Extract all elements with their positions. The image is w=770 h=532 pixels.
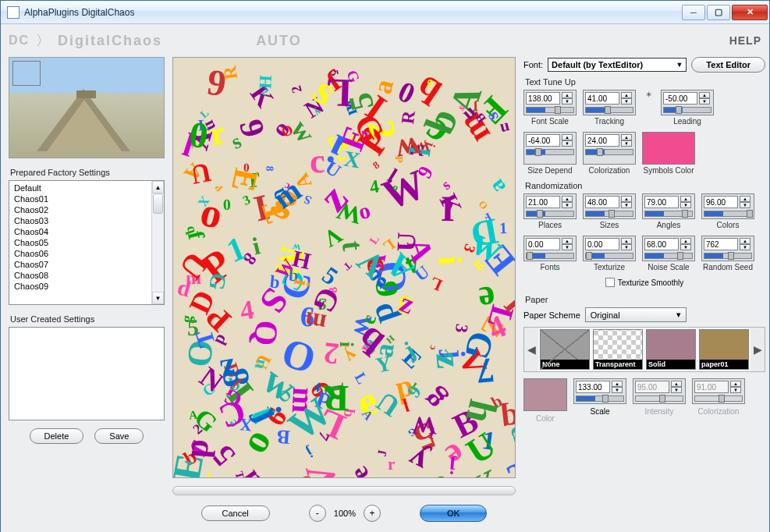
noise-scale-spinner[interactable]: ▲▼ (642, 236, 695, 261)
paper-scheme-dropdown[interactable]: Original ▾ (585, 307, 687, 322)
tracking-input[interactable] (585, 92, 619, 105)
preview-scrollbar[interactable] (172, 486, 516, 495)
zoom-in-button[interactable]: + (364, 505, 381, 522)
app-icon (7, 6, 20, 19)
randomization-title: Randomization (525, 181, 765, 190)
places-spinner[interactable]: ▲▼ (523, 193, 577, 219)
source-thumbnail[interactable] (9, 57, 165, 158)
brand-name: DigitalChaos (58, 33, 162, 49)
brand-dc: DC (9, 34, 30, 48)
preset-item[interactable]: Default (9, 183, 164, 193)
paper-thumbnails: ◀ None Transparent Solid paper01 ▶ (523, 327, 765, 372)
paper-colorization-spinner[interactable]: ▲▼ (692, 378, 745, 404)
brand-bar: DC 〉 DigitalChaos AUTO HELP (9, 29, 761, 52)
preset-item[interactable]: Chaos09 (9, 281, 164, 292)
scroll-up-icon[interactable]: ▲ (152, 181, 164, 193)
cancel-button[interactable]: Cancel (201, 505, 270, 521)
preset-item[interactable]: Chaos04 (9, 226, 164, 237)
chevron-down-icon: ▾ (676, 310, 681, 320)
minimize-button[interactable]: ─ (682, 5, 705, 20)
maximize-button[interactable]: ▢ (707, 5, 730, 20)
size-depend-input[interactable] (526, 134, 560, 147)
app-window: AlphaPlugins DigitalChaos ─ ▢ ✕ DC 〉 Dig… (0, 0, 770, 532)
colorization-spinner[interactable]: ▲▼ (583, 132, 636, 165)
list-scrollbar[interactable]: ▲ ▼ (151, 181, 164, 304)
preset-item[interactable]: Chaos08 (9, 270, 164, 281)
paper-thumb-none[interactable]: None (540, 329, 590, 370)
paper-scale-spinner[interactable]: ▲▼ (573, 378, 626, 404)
preset-item[interactable]: Chaos05 (9, 237, 164, 248)
leading-input[interactable] (663, 92, 697, 105)
chain-link-icon[interactable]: ✶ (642, 90, 655, 115)
text-editor-button[interactable]: Text Editor (691, 57, 765, 73)
fonts-spinner[interactable]: ▲▼ (523, 236, 577, 261)
window-title: AlphaPlugins DigitalChaos (24, 7, 680, 18)
zoom-out-button[interactable]: - (309, 505, 326, 522)
colors-spinner[interactable]: ▲▼ (701, 193, 754, 219)
factory-preset-list[interactable]: DefaultChaos01Chaos02Chaos03Chaos04Chaos… (9, 180, 165, 305)
random-seed-spinner[interactable]: ▲▼ (701, 236, 754, 261)
paper-thumb-solid[interactable]: Solid (646, 329, 696, 370)
texturize-spinner[interactable]: ▲▼ (583, 236, 636, 261)
symbols-color-swatch[interactable] (642, 132, 695, 165)
scroll-down-icon[interactable]: ▼ (152, 292, 164, 304)
zoom-level: 100% (334, 509, 356, 518)
close-button[interactable]: ✕ (732, 5, 768, 20)
preview-canvas: TDVHi91184gEdsgwOWlAmLu7gZodOCwOWsmKeqjw… (172, 57, 516, 478)
chevron-down-icon: ▼ (676, 61, 683, 69)
next-paper-button[interactable]: ▶ (750, 328, 765, 371)
preset-item[interactable]: Chaos03 (9, 215, 164, 226)
prev-paper-button[interactable]: ◀ (524, 328, 538, 371)
user-preset-list[interactable] (9, 327, 165, 420)
font-dropdown[interactable]: Default (by TextEditor) ▼ (548, 58, 687, 72)
up-arrow-icon[interactable]: ▲ (562, 92, 573, 98)
font-scale-input[interactable] (526, 92, 560, 105)
font-label: Font: (523, 60, 543, 69)
size-depend-label: Size Depend (523, 166, 577, 175)
checkbox-icon[interactable] (605, 278, 615, 287)
angles-spinner[interactable]: ▲▼ (642, 193, 695, 219)
paper-title: Paper (525, 295, 765, 304)
symbols-color-label: Symbols Color (642, 166, 695, 175)
colorization-label: Colorization (583, 166, 636, 175)
auto-button[interactable]: AUTO (256, 33, 302, 49)
user-label: User Created Settings (10, 314, 165, 324)
selection-box[interactable] (12, 61, 41, 86)
tracking-spinner[interactable]: ▲▼ (583, 90, 636, 115)
texturize-smoothly-checkbox[interactable]: Texturize Smoothly (523, 278, 765, 287)
preset-item[interactable]: Chaos06 (9, 248, 164, 259)
font-scale-label: Font Scale (523, 117, 577, 126)
colorization-input[interactable] (585, 134, 619, 147)
paper-color-swatch[interactable] (523, 378, 567, 411)
factory-label: Prepared Factory Settings (10, 168, 165, 177)
scroll-thumb[interactable] (153, 193, 163, 214)
preset-item[interactable]: Chaos01 (9, 193, 164, 204)
chevron-right-icon: 〉 (36, 31, 51, 50)
size-depend-spinner[interactable]: ▲▼ (523, 132, 577, 165)
font-value: Default (by TextEditor) (552, 60, 643, 69)
delete-button[interactable]: Delete (30, 428, 84, 444)
save-button[interactable]: Save (94, 428, 144, 444)
paper-intensity-spinner[interactable]: ▲▼ (633, 378, 686, 404)
tuneup-title: Text Tune Up (525, 77, 765, 87)
down-arrow-icon[interactable]: ▼ (562, 98, 573, 105)
preset-item[interactable]: Chaos02 (9, 204, 164, 215)
leading-label: Leading (661, 117, 714, 126)
help-button[interactable]: HELP (729, 34, 761, 47)
paper-scheme-label: Paper Scheme (523, 310, 580, 320)
preset-item[interactable]: Chaos07 (9, 259, 164, 270)
tracking-label: Tracking (583, 117, 636, 126)
paper-thumb-transparent[interactable]: Transparent (593, 329, 643, 370)
leading-spinner[interactable]: ▲▼ (661, 90, 714, 115)
titlebar: AlphaPlugins DigitalChaos ─ ▢ ✕ (1, 1, 769, 24)
font-scale-spinner[interactable]: ▲▼ (523, 90, 577, 115)
sizes-spinner[interactable]: ▲▼ (583, 193, 636, 219)
ok-button[interactable]: OK (420, 505, 488, 522)
paper-thumb-paper01[interactable]: paper01 (699, 329, 749, 370)
